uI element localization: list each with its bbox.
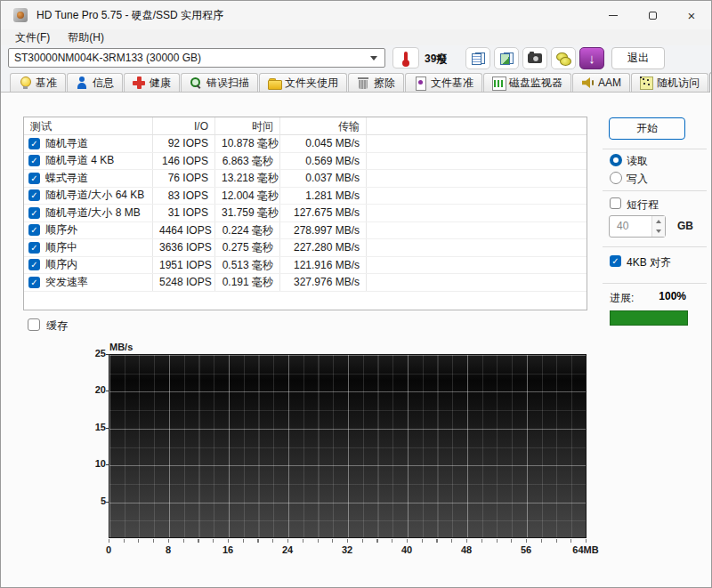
tab-info[interactable]: 信息 [67,73,123,92]
test-transfer-cell: 127.675 MB/s [280,205,367,222]
test-checkbox[interactable]: ✓ [28,259,40,270]
column-header-2[interactable]: 时间 [215,117,280,134]
tab-erase[interactable]: 擦除 [348,73,404,92]
minimize-button[interactable] [594,1,633,29]
test-io-cell: 92 IOPS [153,135,215,152]
read-radio[interactable] [610,154,622,166]
capacity-stepper[interactable] [651,216,665,237]
test-name-cell: ✓顺序中 [24,239,153,256]
menu-item-0[interactable]: 文件(F) [8,29,57,46]
test-row[interactable]: ✓顺序内1951 IOPS0.513 毫秒121.916 MB/s [24,257,587,275]
write-radio[interactable] [610,172,622,184]
column-header-0[interactable]: 测试 [24,117,153,134]
test-name-cell: ✓蝶式寻道 [24,170,153,187]
tab-label-erase: 擦除 [374,76,395,91]
test-checkbox[interactable]: ✓ [28,277,40,288]
menu-item-1[interactable]: 帮助(H) [61,29,111,46]
test-checkbox[interactable]: ✓ [28,138,40,149]
temperature-value: 39癈 [425,52,447,67]
read-radio-label[interactable]: 读取 [627,154,648,169]
tab-label-aam: AAM [598,77,621,89]
drive-selector[interactable]: ST30000NM004K-3RM133 (30000 GB) [8,48,385,68]
start-button[interactable]: 开始 [609,117,685,140]
row-filler [367,274,587,291]
copy-image-button[interactable] [494,47,519,69]
column-header-3[interactable]: 传输 [280,117,367,134]
save-button[interactable] [551,47,576,69]
test-row[interactable]: ✓随机寻道/大小 8 MB31 IOPS31.759 毫秒127.675 MB/… [24,205,587,222]
align-4kb-label[interactable]: 4KB 对齐 [627,255,671,270]
cache-checkbox[interactable] [28,318,40,331]
chart-x-ticks-strip [109,539,587,543]
test-row[interactable]: ✓顺序外4464 IOPS0.224 毫秒278.997 MB/s [24,222,587,240]
transfer-rate-chart: MB/s 2520151050816243240485664MB [86,339,620,561]
close-button[interactable]: × [672,1,711,29]
copy-button[interactable] [465,47,490,69]
maximize-icon [649,12,657,20]
row-filler [367,153,587,170]
tab-disk-monitor[interactable]: 磁盘监视器 [483,73,571,92]
exit-button[interactable]: 退出 [611,47,665,69]
test-row[interactable]: ✓随机寻道92 IOPS10.878 毫秒0.045 MB/s [24,135,587,153]
test-checkbox[interactable]: ✓ [28,224,40,236]
tab-file-benchmark[interactable]: 文件基准 [405,73,482,92]
x-tick-label: 56 [521,544,531,555]
maximize-button[interactable] [633,1,672,29]
column-header-1[interactable]: I/O [153,117,215,134]
error-scan-icon [190,77,202,89]
test-checkbox[interactable]: ✓ [28,207,40,219]
tab-bar: 基准信息健康错误扫描文件夹使用擦除文件基准磁盘监视器AAM随机访问额外测试 [1,72,711,93]
test-name-cell: ✓随机寻道 [24,135,153,152]
test-name-cell: ✓突发速率 [24,274,153,291]
y-tick-label: 5 [86,495,106,506]
y-tick-label: 10 [86,458,106,469]
tab-label-random-access: 随机访问 [657,76,700,91]
divider [603,190,707,191]
test-time-cell: 6.863 毫秒 [215,153,280,170]
x-tick-label: 32 [342,544,352,555]
save-disks-icon [556,52,570,65]
x-tick-label: 24 [282,544,293,555]
cache-label[interactable]: 缓存 [46,318,68,334]
divider [603,149,707,149]
short-stroke-label[interactable]: 短行程 [627,197,659,213]
short-stroke-checkbox[interactable] [610,197,621,209]
test-name: 随机寻道 [45,135,88,152]
x-tick-label: 64MB [572,544,598,555]
test-row[interactable]: ✓随机寻道/大小 64 KB83 IOPS12.004 毫秒1.281 MB/s [24,188,587,205]
spinner-down-icon[interactable] [652,227,665,238]
menu-bar: 文件(F)帮助(H) [1,29,711,45]
tab-folder-usage[interactable]: 文件夹使用 [259,73,347,92]
tab-error-scan[interactable]: 错误扫描 [181,73,258,92]
tab-benchmark[interactable]: 基准 [10,73,66,92]
test-time-cell: 0.224 毫秒 [215,222,280,239]
tab-random-access[interactable]: 随机访问 [631,73,708,92]
test-checkbox[interactable]: ✓ [28,155,40,166]
test-transfer-cell: 327.976 MB/s [280,274,367,291]
test-checkbox[interactable]: ✓ [28,189,40,201]
align-4kb-checkbox[interactable]: ✓ [610,255,621,267]
info-icon [76,77,88,89]
row-filler [367,135,587,152]
temperature-button[interactable] [392,47,419,68]
tab-aam[interactable]: AAM [572,73,630,92]
download-button[interactable]: ↓ [579,47,604,69]
tab-health[interactable]: 健康 [124,73,180,92]
test-row[interactable]: ✓突发速率5248 IOPS0.191 毫秒327.976 MB/s [24,274,587,292]
test-row[interactable]: ✓顺序中3636 IOPS0.275 毫秒227.280 MB/s [24,239,587,257]
test-row[interactable]: ✓随机寻道 4 KB146 IOPS6.863 毫秒0.569 MB/s [24,153,587,171]
test-io-cell: 83 IOPS [153,188,215,205]
row-filler [367,239,587,256]
test-transfer-cell: 1.281 MB/s [280,188,367,205]
capacity-unit-label: GB [677,220,693,232]
test-time-cell: 31.759 毫秒 [215,205,280,222]
y-tick-label: 20 [86,384,106,395]
test-row[interactable]: ✓蝶式寻道76 IOPS13.218 毫秒0.037 MB/s [24,170,587,188]
test-time-cell: 13.218 毫秒 [215,170,280,187]
screenshot-button[interactable] [522,47,547,69]
test-checkbox[interactable]: ✓ [28,242,40,254]
test-checkbox[interactable]: ✓ [28,173,40,184]
spinner-up-icon[interactable] [652,216,665,227]
divider [603,283,707,284]
write-radio-label[interactable]: 写入 [627,172,648,187]
